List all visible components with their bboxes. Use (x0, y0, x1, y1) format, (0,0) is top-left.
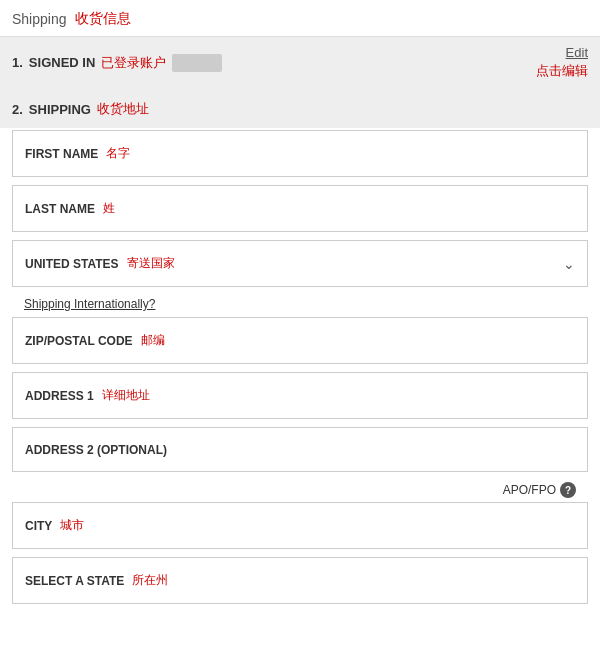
shipping-section-header: 2. SHIPPING 收货地址 (0, 90, 600, 128)
signed-in-label: SIGNED IN (29, 55, 95, 70)
first-name-label: FIRST NAME (25, 147, 98, 161)
header-title-en: Shipping (12, 11, 67, 27)
address2-field[interactable]: ADDRESS 2 (OPTIONAL) (12, 427, 588, 472)
last-name-zh: 姓 (103, 200, 115, 217)
address2-input[interactable] (175, 442, 575, 457)
shipping-section-label-en: SHIPPING (29, 102, 91, 117)
city-input[interactable] (92, 518, 575, 533)
first-name-input[interactable] (138, 146, 575, 161)
address1-zh: 详细地址 (102, 387, 150, 404)
country-select[interactable]: United States 寄送国家 ⌄ (12, 240, 588, 287)
shipping-section-label-zh: 收货地址 (97, 100, 149, 118)
address1-field[interactable]: ADDRESS 1 详细地址 (12, 372, 588, 419)
state-input[interactable] (176, 573, 575, 588)
signed-in-left: 1. SIGNED IN 已登录账户 (12, 54, 222, 72)
edit-link-zh[interactable]: 点击编辑 (536, 62, 588, 80)
shipping-intl-link[interactable]: Shipping Internationally? (12, 291, 167, 317)
address2-label: ADDRESS 2 (OPTIONAL) (25, 443, 167, 457)
zip-field[interactable]: ZIP/POSTAL CODE 邮编 (12, 317, 588, 364)
chevron-down-icon: ⌄ (563, 256, 575, 272)
country-select-left: United States 寄送国家 (25, 255, 175, 272)
apo-help-icon[interactable]: ? (560, 482, 576, 498)
signed-in-section: 1. SIGNED IN 已登录账户 Edit 点击编辑 (0, 37, 600, 90)
state-label: SELECT A STATE (25, 574, 124, 588)
first-name-field[interactable]: FIRST NAME 名字 (12, 130, 588, 177)
address1-label: ADDRESS 1 (25, 389, 94, 403)
signed-in-right: Edit 点击编辑 (536, 45, 588, 80)
last-name-field[interactable]: LAST NAME 姓 (12, 185, 588, 232)
zip-zh: 邮编 (141, 332, 165, 349)
country-zh: 寄送国家 (127, 255, 175, 272)
city-label: CITY (25, 519, 52, 533)
apo-row: APO/FPO ? (12, 480, 588, 502)
apo-label: APO/FPO (503, 483, 556, 497)
shipping-form: FIRST NAME 名字 LAST NAME 姓 United States … (0, 130, 600, 604)
header-title-zh: 收货信息 (75, 10, 131, 28)
signed-in-number: 1. (12, 55, 23, 70)
page-header: Shipping 收货信息 (0, 0, 600, 37)
first-name-zh: 名字 (106, 145, 130, 162)
address1-input[interactable] (158, 388, 575, 403)
city-field[interactable]: CITY 城市 (12, 502, 588, 549)
last-name-input[interactable] (123, 201, 575, 216)
signed-in-zh: 已登录账户 (101, 54, 166, 72)
zip-input[interactable] (173, 333, 575, 348)
shipping-section-number: 2. (12, 102, 23, 117)
zip-label: ZIP/POSTAL CODE (25, 334, 133, 348)
edit-link[interactable]: Edit (566, 45, 588, 60)
state-zh: 所在州 (132, 572, 168, 589)
city-zh: 城市 (60, 517, 84, 534)
user-avatar (172, 54, 222, 72)
state-field[interactable]: SELECT A STATE 所在州 (12, 557, 588, 604)
country-label: United States (25, 257, 119, 271)
last-name-label: LAST NAME (25, 202, 95, 216)
